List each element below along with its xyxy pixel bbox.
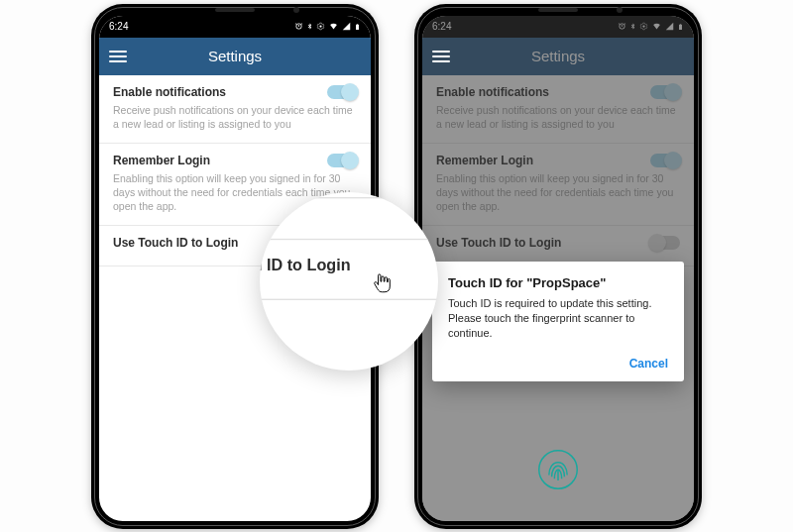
toggle-remember-login[interactable] [327, 154, 357, 167]
setting-label: Use Touch ID to Login [113, 236, 238, 250]
menu-icon[interactable] [432, 51, 450, 62]
fingerprint-icon[interactable] [536, 448, 580, 491]
app-bar: Settings [99, 38, 371, 75]
phone-right: 6:24 Settings Enable notifications [414, 4, 702, 529]
alarm-icon [294, 22, 303, 31]
setting-label: Enable notifications [113, 85, 226, 99]
touch-id-dialog: Touch ID for "PropSpace" Touch ID is req… [432, 262, 684, 381]
device-frame: 6:24 Settings Enable notifications [414, 4, 702, 529]
cancel-button[interactable]: Cancel [629, 357, 668, 371]
svg-rect-2 [357, 24, 358, 25]
cursor-hand-icon [370, 269, 396, 295]
setting-label: Remember Login [113, 154, 210, 167]
screen: 6:24 Settings Enable notifications [422, 16, 694, 521]
zoom-lens: me you open th Use Touch ID to Login [260, 192, 438, 371]
bluetooth-icon [306, 22, 313, 31]
svg-point-0 [319, 25, 321, 27]
dialog-body: Touch ID is required to update this sett… [448, 296, 668, 342]
setting-enable-notifications[interactable]: Enable notifications Receive push notifi… [99, 75, 371, 144]
status-icons [294, 22, 361, 32]
dialog-title: Touch ID for "PropSpace" [448, 275, 668, 290]
wifi-icon [328, 22, 339, 31]
battery-icon [354, 22, 361, 32]
toggle-notifications[interactable] [327, 85, 357, 99]
setting-desc: Receive push notifications on your devic… [113, 103, 357, 131]
phone-left: 6:24 Settings Enable notifications [91, 4, 379, 529]
signal-icon [342, 22, 351, 31]
svg-rect-1 [356, 24, 359, 29]
page-title: Settings [99, 48, 371, 64]
clock: 6:24 [109, 21, 128, 32]
gear-icon [316, 22, 325, 31]
status-bar: 6:24 [99, 16, 371, 38]
menu-icon[interactable] [109, 51, 127, 62]
